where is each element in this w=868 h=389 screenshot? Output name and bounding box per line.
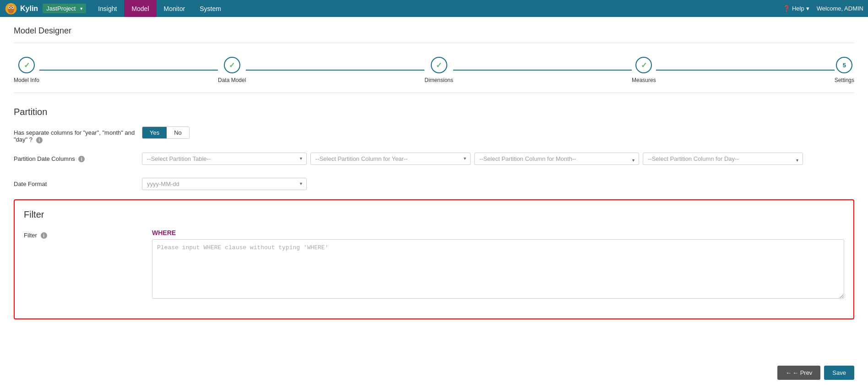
where-label: WHERE xyxy=(152,229,844,236)
wizard-circle-1: ✓ xyxy=(18,57,35,73)
filter-label: Filter i xyxy=(24,229,152,239)
filter-row: Filter i WHERE xyxy=(24,229,844,300)
wizard-line-3 xyxy=(453,70,632,71)
brand: Kylin xyxy=(5,2,38,15)
wizard-step-3[interactable]: ✓ Dimensions xyxy=(424,57,453,83)
date-format-wrapper: yyyy-MM-dd xyxy=(142,178,307,190)
separate-columns-row: Has separate columns for "year", "month"… xyxy=(14,126,854,143)
svg-point-5 xyxy=(12,7,13,8)
where-textarea[interactable] xyxy=(152,239,844,299)
checkmark-1: ✓ xyxy=(24,61,30,70)
yes-toggle-btn[interactable]: Yes xyxy=(142,127,167,138)
checkmark-3: ✓ xyxy=(436,61,442,70)
yes-no-toggle: Yes No xyxy=(142,126,190,139)
partition-date-controls: --Select Partition Table-- --Select Part… xyxy=(142,153,854,169)
kylin-logo xyxy=(5,2,17,15)
date-format-label: Date Format xyxy=(14,178,142,187)
prev-button[interactable]: ← ← Prev xyxy=(777,366,820,380)
separate-columns-info-icon[interactable]: i xyxy=(36,137,43,143)
wizard-line-2 xyxy=(246,70,424,71)
separate-columns-label: Has separate columns for "year", "month"… xyxy=(14,126,142,143)
checkmark-2: ✓ xyxy=(229,61,235,70)
footer-buttons: ← ← Prev Save xyxy=(777,366,854,380)
project-select-input[interactable]: JastProject xyxy=(43,4,86,13)
partition-day-wrapper: --Select Partition Column for Day-- xyxy=(643,153,803,169)
separate-columns-controls: Yes No xyxy=(142,126,854,139)
partition-date-info-icon[interactable]: i xyxy=(78,156,85,162)
project-selector[interactable]: JastProject xyxy=(43,4,86,13)
wizard-step-4[interactable]: ✓ Measures xyxy=(632,57,656,83)
page-title: Model Designer xyxy=(14,26,854,43)
nav-monitor[interactable]: Monitor xyxy=(157,0,193,17)
partition-table-select[interactable]: --Select Partition Table-- xyxy=(142,153,307,165)
wizard-line-1 xyxy=(39,70,218,71)
wizard-line-4 xyxy=(656,70,835,71)
date-format-row: Date Format yyyy-MM-dd xyxy=(14,178,854,190)
partition-day-select[interactable]: --Select Partition Column for Day-- xyxy=(643,153,803,165)
date-format-select[interactable]: yyyy-MM-dd xyxy=(142,178,307,190)
step-number-5: 5 xyxy=(843,62,846,69)
wizard-circle-3: ✓ xyxy=(431,57,447,73)
svg-point-4 xyxy=(9,7,10,8)
nav-model[interactable]: Model xyxy=(124,0,156,17)
wizard-label-2: Data Model xyxy=(218,77,246,83)
wizard-circle-4: ✓ xyxy=(635,57,652,73)
wizard-step-2[interactable]: ✓ Data Model xyxy=(218,57,246,83)
filter-info-icon[interactable]: i xyxy=(41,232,47,239)
help-button[interactable]: ❓ Help ▾ xyxy=(783,5,809,12)
filter-title: Filter xyxy=(24,209,844,220)
welcome-text: Welcome, ADMIN xyxy=(817,5,863,12)
partition-year-select[interactable]: --Select Partition Column for Year-- xyxy=(310,153,471,165)
nav-right: ❓ Help ▾ Welcome, ADMIN xyxy=(783,5,863,12)
wizard-step-1[interactable]: ✓ Model Info xyxy=(14,57,39,83)
partition-year-wrapper: --Select Partition Column for Year-- xyxy=(310,153,471,165)
wizard-circle-2: ✓ xyxy=(224,57,240,73)
partition-date-label: Partition Date Columns i xyxy=(14,153,142,163)
nav-insight[interactable]: Insight xyxy=(91,0,124,17)
date-format-controls: yyyy-MM-dd xyxy=(142,178,854,190)
wizard-label-1: Model Info xyxy=(14,77,39,83)
checkmark-4: ✓ xyxy=(641,61,647,70)
filter-section: Filter Filter i WHERE xyxy=(14,199,854,319)
wizard-label-3: Dimensions xyxy=(424,77,453,83)
partition-date-row: Partition Date Columns i --Select Partit… xyxy=(14,153,854,169)
partition-month-wrapper: --Select Partition Column for Month-- xyxy=(474,153,639,169)
main-content: Model Designer ✓ Model Info ✓ Data Model… xyxy=(0,17,868,389)
wizard-circle-5: 5 xyxy=(836,57,852,73)
nav-links: Insight Model Monitor System xyxy=(91,0,783,17)
partition-row-1: --Select Partition Table-- --Select Part… xyxy=(142,153,471,165)
filter-controls: WHERE xyxy=(152,229,844,300)
save-button[interactable]: Save xyxy=(824,366,854,380)
brand-name: Kylin xyxy=(20,5,38,13)
partition-month-select[interactable]: --Select Partition Column for Month-- xyxy=(474,153,639,165)
wizard: ✓ Model Info ✓ Data Model ✓ Dimensions ✓… xyxy=(14,52,854,93)
nav-system[interactable]: System xyxy=(192,0,228,17)
partition-title: Partition xyxy=(14,107,854,117)
prev-arrow-icon: ← xyxy=(786,369,792,376)
no-toggle-btn[interactable]: No xyxy=(167,127,189,138)
wizard-label-4: Measures xyxy=(632,77,656,83)
wizard-step-5[interactable]: 5 Settings xyxy=(835,57,854,83)
partition-table-wrapper: --Select Partition Table-- xyxy=(142,153,307,165)
wizard-label-5: Settings xyxy=(835,77,854,83)
partition-row-2: --Select Partition Column for Month-- --… xyxy=(474,153,803,169)
navbar: Kylin JastProject Insight Model Monitor … xyxy=(0,0,868,17)
